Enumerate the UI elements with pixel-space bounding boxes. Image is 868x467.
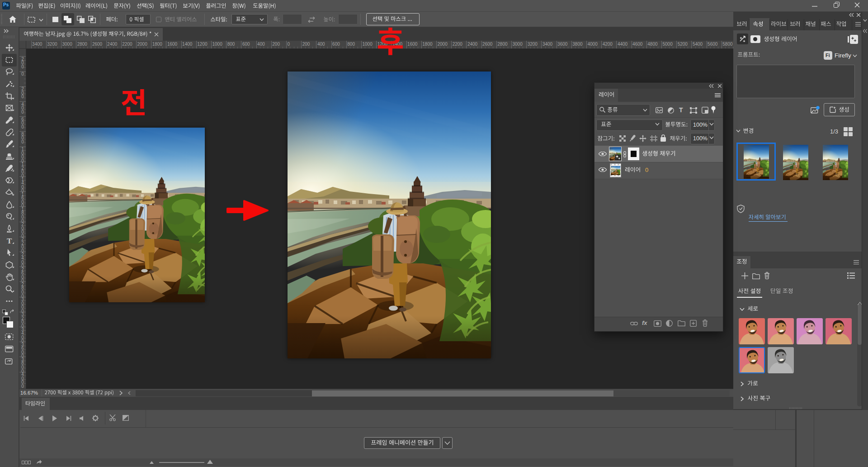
- svg-text:T: T: [7, 237, 12, 245]
